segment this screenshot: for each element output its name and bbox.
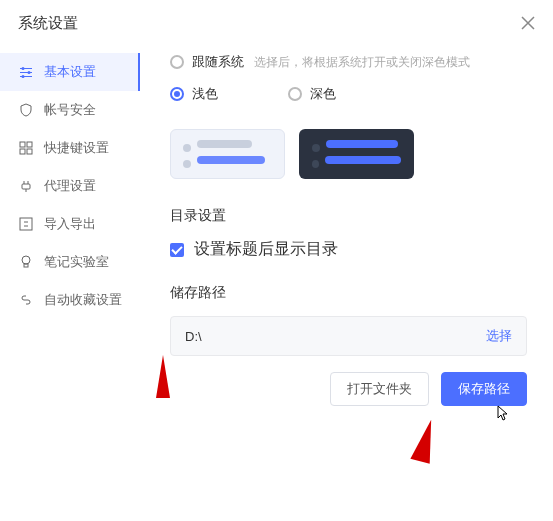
cursor-pointer-icon bbox=[492, 404, 510, 426]
plug-icon bbox=[18, 178, 34, 194]
link-icon bbox=[18, 292, 34, 308]
svg-rect-10 bbox=[22, 184, 30, 189]
import-export-icon bbox=[18, 216, 34, 232]
svg-point-3 bbox=[22, 67, 25, 70]
svg-rect-9 bbox=[27, 149, 32, 154]
radio-label: 深色 bbox=[310, 85, 336, 103]
bulb-icon bbox=[18, 254, 34, 270]
radio-dark[interactable] bbox=[288, 87, 302, 101]
radio-desc: 选择后，将根据系统打开或关闭深色模式 bbox=[254, 54, 470, 71]
shield-icon bbox=[18, 102, 34, 118]
theme-follow-system-row[interactable]: 跟随系统 选择后，将根据系统打开或关闭深色模式 bbox=[170, 53, 527, 71]
sidebar-item-security[interactable]: 帐号安全 bbox=[0, 91, 140, 129]
theme-dark-row[interactable]: 深色 bbox=[288, 85, 336, 103]
sidebar-item-shortcuts[interactable]: 快捷键设置 bbox=[0, 129, 140, 167]
content-panel: 跟随系统 选择后，将根据系统打开或关闭深色模式 浅色 深色 目录设置 bbox=[140, 47, 553, 520]
show-directory-checkbox-row[interactable]: 设置标题后显示目录 bbox=[170, 239, 527, 260]
sidebar-item-label: 代理设置 bbox=[44, 177, 96, 195]
sidebar-item-auto-collect[interactable]: 自动收藏设置 bbox=[0, 281, 140, 319]
dialog-header: 系统设置 bbox=[0, 0, 553, 47]
storage-path-box: D:\ 选择 bbox=[170, 316, 527, 356]
sidebar-item-label: 快捷键设置 bbox=[44, 139, 109, 157]
sidebar-item-label: 帐号安全 bbox=[44, 101, 96, 119]
storage-path-value: D:\ bbox=[185, 329, 202, 344]
close-icon bbox=[521, 16, 535, 30]
sidebar-item-label: 笔记实验室 bbox=[44, 253, 109, 271]
settings-icon bbox=[18, 64, 34, 80]
close-button[interactable] bbox=[521, 12, 535, 35]
theme-light-row[interactable]: 浅色 bbox=[170, 85, 218, 103]
svg-rect-6 bbox=[20, 142, 25, 147]
arrow-annotation bbox=[148, 350, 178, 400]
select-path-link[interactable]: 选择 bbox=[486, 327, 512, 345]
svg-point-4 bbox=[28, 71, 31, 74]
svg-rect-16 bbox=[24, 264, 28, 267]
svg-rect-7 bbox=[27, 142, 32, 147]
svg-rect-14 bbox=[20, 218, 32, 230]
directory-section-title: 目录设置 bbox=[170, 207, 527, 225]
arrow-annotation bbox=[406, 414, 446, 464]
theme-preview-light[interactable] bbox=[170, 129, 285, 179]
open-folder-button[interactable]: 打开文件夹 bbox=[330, 372, 429, 406]
theme-preview-dark[interactable] bbox=[299, 129, 414, 179]
keyboard-icon bbox=[18, 140, 34, 156]
sidebar-item-import-export[interactable]: 导入导出 bbox=[0, 205, 140, 243]
sidebar-item-basic[interactable]: 基本设置 bbox=[0, 53, 140, 91]
storage-section-title: 储存路径 bbox=[170, 284, 527, 302]
radio-label: 跟随系统 bbox=[192, 53, 244, 71]
checkbox-label: 设置标题后显示目录 bbox=[194, 239, 338, 260]
radio-light[interactable] bbox=[170, 87, 184, 101]
radio-follow-system[interactable] bbox=[170, 55, 184, 69]
dialog-title: 系统设置 bbox=[18, 14, 78, 33]
sidebar: 基本设置 帐号安全 快捷键设置 代理设置 导入导出 笔记实验室 自动收藏设置 bbox=[0, 47, 140, 520]
sidebar-item-label: 导入导出 bbox=[44, 215, 96, 233]
checkbox-show-directory[interactable] bbox=[170, 243, 184, 257]
sidebar-item-label: 基本设置 bbox=[44, 63, 96, 81]
sidebar-item-notes-lab[interactable]: 笔记实验室 bbox=[0, 243, 140, 281]
sidebar-item-label: 自动收藏设置 bbox=[44, 291, 122, 309]
sidebar-item-proxy[interactable]: 代理设置 bbox=[0, 167, 140, 205]
svg-rect-8 bbox=[20, 149, 25, 154]
svg-point-15 bbox=[22, 256, 30, 264]
radio-label: 浅色 bbox=[192, 85, 218, 103]
svg-point-5 bbox=[22, 75, 25, 78]
save-path-button[interactable]: 保存路径 bbox=[441, 372, 527, 406]
